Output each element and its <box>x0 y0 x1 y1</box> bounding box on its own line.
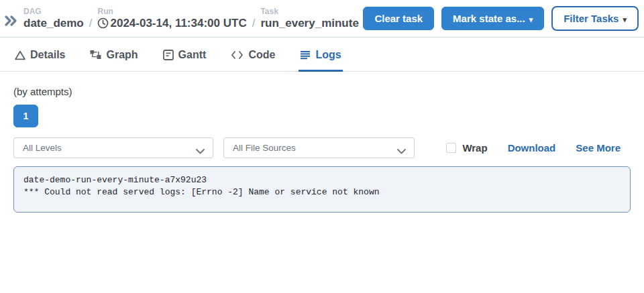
clear-task-button[interactable]: Clear task <box>363 7 434 30</box>
tab-details[interactable]: Details <box>13 38 66 72</box>
header-actions: Clear task Mark state as...▾ Filter Task… <box>363 6 639 31</box>
airflow-task-instance-page: DAG date_demo / Run 2024-03-14, 11:34:00… <box>0 0 644 293</box>
breadcrumb-dag-value[interactable]: date_demo <box>23 16 84 31</box>
breadcrumb-run[interactable]: Run 2024-03-14, 11:34:00 UTC <box>97 7 246 31</box>
logs-panel: (by attempts) 1 All Levels All File Sour… <box>0 72 644 213</box>
breadcrumb-run-value[interactable]: 2024-03-14, 11:34:00 UTC <box>97 16 246 31</box>
log-level-select[interactable]: All Levels <box>13 137 213 158</box>
tab-logs[interactable]: Logs <box>299 38 342 72</box>
filter-tasks-label: Filter Tasks <box>564 13 619 24</box>
breadcrumb-separator: / <box>252 17 256 30</box>
breadcrumb-task-label: Task <box>260 7 358 16</box>
code-brackets-icon <box>231 50 244 60</box>
tab-label: Gantt <box>178 49 207 61</box>
caret-down-icon: ▾ <box>623 15 627 23</box>
triangle-icon <box>15 50 25 60</box>
breadcrumb-task[interactable]: Task run_every_minute <box>260 7 358 31</box>
file-source-select-value: All File Sources <box>233 143 296 153</box>
log-filter-row: All Levels All File Sources Wrap <box>13 137 631 158</box>
log-line: date-demo-run-every-minute-a7x92u23 <box>23 174 621 186</box>
tab-label: Details <box>30 49 65 61</box>
file-source-select[interactable]: All File Sources <box>223 137 415 158</box>
breadcrumb-run-timestamp: 2024-03-14, 11:34:00 UTC <box>110 16 246 31</box>
tab-label: Logs <box>315 49 341 61</box>
breadcrumb-dag[interactable]: DAG date_demo <box>23 7 84 31</box>
breadcrumb-task-value[interactable]: run_every_minute <box>260 16 358 31</box>
task-instance-header: DAG date_demo / Run 2024-03-14, 11:34:00… <box>0 0 644 38</box>
mark-state-as-label: Mark state as... <box>453 13 525 24</box>
see-more-link[interactable]: See More <box>576 142 621 154</box>
graph-nodes-icon <box>90 50 101 60</box>
tab-graph[interactable]: Graph <box>89 38 139 72</box>
attempt-1-button[interactable]: 1 <box>13 105 38 127</box>
log-line: *** Could not read served logs: [Errno -… <box>23 186 621 198</box>
log-level-select-value: All Levels <box>23 143 62 153</box>
by-attempts-label: (by attempts) <box>13 86 631 97</box>
breadcrumb-run-label: Run <box>97 7 246 16</box>
tab-bar: Details Graph Ga <box>0 38 644 72</box>
clock-icon <box>97 17 109 29</box>
chevron-down-icon <box>397 146 406 156</box>
clear-task-label: Clear task <box>374 13 423 24</box>
log-lines-icon <box>300 50 311 60</box>
caret-down-icon: ▾ <box>529 15 533 23</box>
breadcrumb-separator: / <box>89 17 93 30</box>
tab-code[interactable]: Code <box>229 38 276 72</box>
chevron-down-icon <box>196 146 205 156</box>
tab-label: Graph <box>106 49 138 61</box>
wrap-toggle[interactable]: Wrap <box>446 142 487 154</box>
tab-gantt[interactable]: Gantt <box>162 38 208 72</box>
mark-state-as-button[interactable]: Mark state as...▾ <box>441 7 544 30</box>
wrap-label: Wrap <box>462 142 487 154</box>
breadcrumb: DAG date_demo / Run 2024-03-14, 11:34:00… <box>4 7 359 31</box>
filter-tasks-button[interactable]: Filter Tasks▾ <box>551 6 639 31</box>
gantt-chart-icon <box>163 50 174 60</box>
log-output-box[interactable]: date-demo-run-every-minute-a7x92u23 *** … <box>13 166 631 213</box>
breadcrumb-dag-label: DAG <box>23 7 84 16</box>
tab-label: Code <box>248 49 275 61</box>
wrap-checkbox[interactable] <box>446 143 456 153</box>
double-chevron-right-icon[interactable] <box>4 15 17 27</box>
download-logs-link[interactable]: Download <box>508 142 556 154</box>
